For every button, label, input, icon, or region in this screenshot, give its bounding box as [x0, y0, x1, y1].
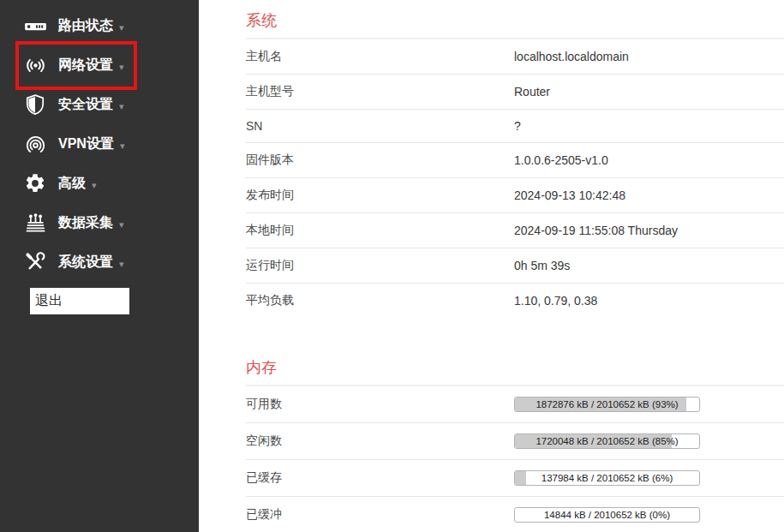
system-table: 主机名localhost.localdomain主机型号RouterSN?固件版… — [246, 39, 784, 318]
table-row: 平均负载1.10, 0.79, 0.38 — [246, 284, 784, 318]
row-value: localhost.localdomain — [514, 50, 629, 63]
progress-text: 137984 kB / 2010652 kB (6%) — [515, 471, 699, 485]
row-value: 2024-09-19 11:55:08 Thursday — [514, 224, 678, 237]
sidebar-item-data-collection[interactable]: 数据采集▾ — [0, 203, 199, 242]
system-section-title: 系统 — [246, 12, 784, 39]
row-label: 本地时间 — [246, 223, 514, 238]
table-row: 可用数1872876 kB / 2010652 kB (93%) — [246, 386, 784, 423]
memory-progress-bar: 1720048 kB / 2010652 kB (85%) — [514, 433, 700, 449]
table-row: 已缓冲14844 kB / 2010652 kB (0%) — [246, 497, 784, 532]
row-label: 发布时间 — [246, 188, 514, 203]
row-label: 可用数 — [246, 397, 514, 412]
sidebar-menu: 路由状态▾网络设置▾安全设置▾VPN设置▾高级▾数据采集▾系统设置▾ — [0, 0, 199, 282]
row-label: 平均负载 — [246, 293, 514, 308]
row-label: 主机名 — [246, 49, 514, 64]
progress-text: 1720048 kB / 2010652 kB (85%) — [515, 434, 699, 448]
row-value: 1.10, 0.79, 0.38 — [514, 294, 597, 308]
table-row: 空闲数1720048 kB / 2010652 kB (85%) — [246, 423, 784, 460]
memory-progress-bar: 137984 kB / 2010652 kB (6%) — [514, 470, 700, 486]
sidebar-item-advanced[interactable]: 高级▾ — [0, 164, 199, 203]
router-status-icon — [23, 15, 47, 38]
memory-section: 内存 可用数1872876 kB / 2010652 kB (93%)空闲数17… — [246, 359, 784, 532]
row-value: 137984 kB / 2010652 kB (6%) — [514, 470, 700, 486]
memory-table: 可用数1872876 kB / 2010652 kB (93%)空闲数17200… — [246, 386, 784, 532]
progress-text: 1872876 kB / 2010652 kB (93%) — [515, 398, 699, 411]
sidebar-item-label: 网络设置 — [58, 57, 113, 75]
caret-down-icon: ▾ — [120, 140, 125, 152]
sidebar-item-label: 路由状态 — [58, 17, 113, 35]
row-label: 运行时间 — [246, 258, 514, 273]
caret-down-icon: ▾ — [119, 259, 124, 270]
table-row: 主机名localhost.localdomain — [246, 39, 784, 75]
logout-button[interactable]: 退出 — [30, 288, 129, 314]
row-label: SN — [246, 119, 514, 133]
memory-progress-bar: 14844 kB / 2010652 kB (0%) — [514, 507, 700, 523]
caret-down-icon: ▾ — [92, 180, 97, 191]
row-value: 2024-09-13 10:42:48 — [514, 188, 625, 202]
sidebar-item-vpn-settings[interactable]: VPN设置▾ — [0, 124, 199, 164]
table-row: 发布时间2024-09-13 10:42:48 — [246, 178, 784, 213]
sidebar-item-security-settings[interactable]: 安全设置▾ — [0, 85, 199, 124]
sidebar-item-label: 数据采集 — [58, 214, 113, 232]
memory-section-title: 内存 — [246, 359, 784, 386]
wireless-rings-icon — [23, 133, 47, 156]
row-value: 0h 5m 39s — [514, 259, 570, 272]
caret-down-icon: ▾ — [119, 22, 124, 33]
row-value: ? — [514, 119, 521, 133]
row-value: 1872876 kB / 2010652 kB (93%) — [514, 397, 700, 412]
shield-icon — [23, 93, 47, 117]
system-section: 系统 主机名localhost.localdomain主机型号RouterSN?… — [246, 12, 784, 318]
progress-text: 14844 kB / 2010652 kB (0%) — [515, 508, 699, 522]
sidebar-item-system-settings[interactable]: 系统设置▾ — [0, 242, 199, 282]
row-label: 已缓冲 — [246, 507, 514, 523]
app-window: 路由状态▾网络设置▾安全设置▾VPN设置▾高级▾数据采集▾系统设置▾ 退出 系统… — [0, 0, 784, 532]
row-label: 主机型号 — [246, 84, 514, 99]
sidebar-item-network-settings[interactable]: 网络设置▾ — [0, 45, 199, 85]
row-label: 空闲数 — [246, 433, 514, 449]
gear-icon — [23, 172, 47, 195]
tools-icon — [23, 251, 47, 274]
table-row: 已缓存137984 kB / 2010652 kB (6%) — [246, 460, 784, 497]
caret-down-icon: ▾ — [119, 219, 124, 230]
antenna-icon — [23, 54, 47, 77]
table-row: 主机型号Router — [246, 75, 784, 110]
sidebar-item-router-status[interactable]: 路由状态▾ — [0, 6, 199, 45]
caret-down-icon: ▾ — [119, 62, 124, 73]
table-row: 本地时间2024-09-19 11:55:08 Thursday — [246, 213, 784, 248]
logout-label: 退出 — [35, 292, 63, 310]
sidebar-item-label: 高级 — [58, 175, 86, 193]
row-value: 14844 kB / 2010652 kB (0%) — [514, 507, 700, 523]
sidebar: 路由状态▾网络设置▾安全设置▾VPN设置▾高级▾数据采集▾系统设置▾ 退出 — [0, 0, 199, 532]
table-row: SN? — [246, 110, 784, 143]
row-value: 1720048 kB / 2010652 kB (85%) — [514, 433, 700, 449]
main-content: 系统 主机名localhost.localdomain主机型号RouterSN?… — [199, 0, 784, 532]
row-value: Router — [514, 85, 550, 99]
row-value: 1.0.0.6-2505-v1.0 — [514, 153, 608, 167]
sidebar-item-label: 系统设置 — [58, 254, 113, 272]
sidebar-item-label: VPN设置 — [58, 135, 114, 153]
memory-progress-bar: 1872876 kB / 2010652 kB (93%) — [514, 397, 700, 412]
abacus-icon — [23, 212, 47, 235]
row-label: 已缓存 — [246, 470, 514, 486]
table-row: 运行时间0h 5m 39s — [246, 248, 784, 284]
table-row: 固件版本1.0.0.6-2505-v1.0 — [246, 143, 784, 178]
sidebar-item-label: 安全设置 — [58, 96, 113, 114]
caret-down-icon: ▾ — [119, 101, 124, 112]
row-label: 固件版本 — [246, 152, 514, 168]
